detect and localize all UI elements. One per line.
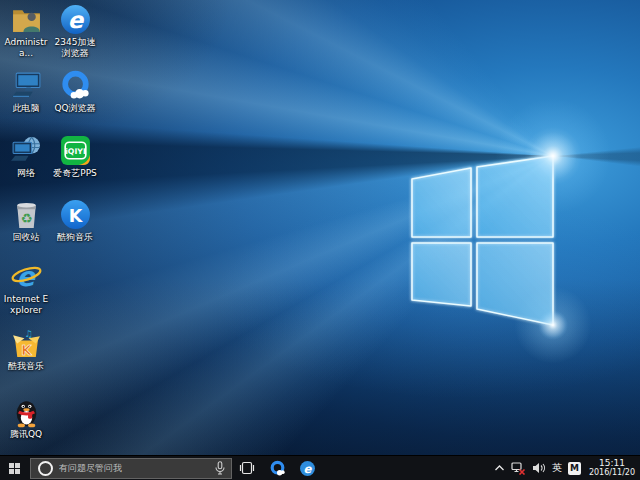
volume-button[interactable] [532,456,546,480]
icon-label: Internet Explorer [3,294,49,316]
cortana-icon [38,461,53,476]
taskbar-search-box[interactable]: 有问题尽管问我 [30,458,232,479]
taskbar: 有问题尽管问我 e [0,455,640,480]
taskbar-2345-browser-button[interactable]: e [292,456,322,480]
icon-label: QQ浏览器 [54,103,95,114]
desktop-icon-kugou-music[interactable]: K 酷狗音乐 [52,198,98,243]
svg-text:e: e [67,7,84,33]
icon-label: 2345加速浏览器 [52,37,98,59]
kuwo-music-icon: K ♫ [10,327,43,360]
svg-text:iQIYI: iQIYI [65,147,86,156]
tray-overflow-chevron[interactable] [494,456,505,480]
ime-icon: M [568,462,581,475]
icon-label: Administra... [3,37,49,59]
icon-label: 酷狗音乐 [57,232,93,243]
icon-label: 回收站 [13,232,40,243]
taskbar-qq-browser-button[interactable] [262,456,292,480]
2345-browser-icon: e [59,3,92,36]
desktop-icon-this-pc[interactable]: 此电脑 [3,69,49,114]
svg-text:♫: ♫ [24,328,32,339]
desktop-icon-kuwo-music[interactable]: K ♫ 酷我音乐 [3,327,49,372]
this-pc-icon [10,69,43,102]
svg-text:K: K [21,343,32,358]
input-language-indicator[interactable]: 英 [552,456,562,480]
desktop-icon-administrator[interactable]: Administra... [3,3,49,59]
kugou-music-icon: K [59,198,92,231]
svg-text:♻: ♻ [20,211,32,226]
desktop-icon-iqiyi-pps[interactable]: iQIYI 爱奇艺PPS [52,134,98,179]
desktop-icon-recycle-bin[interactable]: ♻ 回收站 [3,198,49,243]
2345-browser-taskbar-icon: e [299,460,316,477]
desktop-icon-network[interactable]: 网络 [3,134,49,179]
network-icon [10,134,43,167]
iqiyi-pps-icon: iQIYI [59,134,92,167]
icon-label: 爱奇艺PPS [53,168,97,179]
task-view-icon [239,461,255,475]
icon-label: 酷我音乐 [8,361,44,372]
clock-time: 15:11 [589,458,635,468]
ime-indicator[interactable]: M [568,456,581,480]
user-folder-icon [10,3,43,36]
clock-date: 2016/11/20 [589,468,635,478]
qq-browser-icon [59,69,92,102]
microphone-icon[interactable] [215,461,225,475]
internet-explorer-icon: e [10,260,43,293]
icon-label: 腾讯QQ [10,429,42,440]
task-view-button[interactable] [232,456,262,480]
desktop-icon-qq-browser[interactable]: QQ浏览器 [52,69,98,114]
desktop-icon-2345-browser[interactable]: e 2345加速浏览器 [52,3,98,59]
desktop-icon-tencent-qq[interactable]: 腾讯QQ [3,395,49,440]
start-button[interactable] [0,456,29,480]
network-disconnected-icon [511,462,526,475]
svg-text:e: e [303,461,312,475]
chevron-up-icon [494,464,505,472]
qq-browser-taskbar-icon [269,460,286,477]
system-tray: 英 M 15:11 2016/11/20 [494,456,640,480]
tencent-qq-icon [10,395,43,428]
windows-logo-icon [9,463,20,474]
speaker-icon [532,462,546,474]
svg-text:K: K [68,206,83,226]
desktop-icon-internet-explorer[interactable]: e Internet Explorer [3,260,49,316]
icon-label: 网络 [17,168,35,179]
search-placeholder: 有问题尽管问我 [59,462,215,475]
network-status-button[interactable] [511,456,526,480]
windows-desktop: Administra... 此电脑 网络 ♻ 回收站 [0,0,640,480]
recycle-bin-icon: ♻ [10,198,43,231]
taskbar-clock[interactable]: 15:11 2016/11/20 [587,456,637,480]
icon-label: 此电脑 [13,103,40,114]
